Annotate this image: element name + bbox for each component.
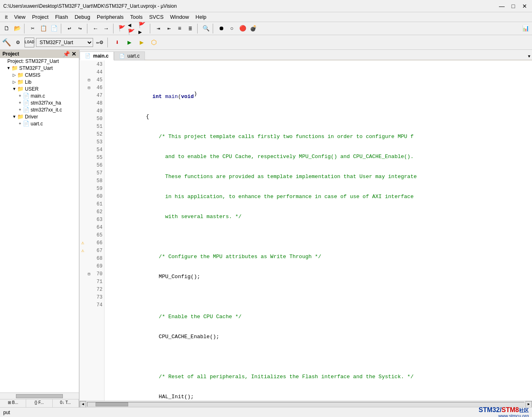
tree-item-mainc[interactable]: + 📄 main.c (0, 92, 79, 99)
footer-btn-b[interactable]: ⊞ B... (0, 399, 26, 407)
build-icon[interactable]: 🔨 (2, 38, 11, 47)
horizontal-scrollbar[interactable]: ◀ ▶ (80, 401, 532, 407)
tree-item-stm32it[interactable]: + 📄 stm32f7xx_it.c (0, 106, 79, 113)
tree-item-stm32ha[interactable]: + 📄 stm32f7xx_ha (0, 99, 79, 106)
code-container[interactable]: 43 44 ⊟ 45 ⊟ 46 (80, 60, 532, 401)
menu-flash[interactable]: Flash (52, 13, 71, 21)
line-71: 71 (80, 278, 104, 285)
line-73: 73 (80, 293, 104, 301)
line-numbers: 43 44 ⊟ 45 ⊟ 46 (80, 60, 105, 401)
prev-bookmark[interactable]: ◀🚩 (127, 24, 137, 33)
sidebar-close-btn[interactable]: ✕ (71, 51, 76, 57)
menu-help[interactable]: Help (192, 13, 210, 21)
title-bar: C:\Users\xuwen\Desktop\STM32F7_Uart\MDK\… (0, 0, 532, 12)
tree-item-driver[interactable]: ▼ 📁 Driver (0, 113, 79, 120)
minimize-button[interactable]: — (498, 2, 506, 10)
tree-item-cmsis[interactable]: ▷ 📁 CMSIS (0, 71, 79, 78)
back-btn[interactable]: ← (91, 24, 100, 33)
redo-btn[interactable]: ↪ (75, 24, 85, 33)
debug-record[interactable]: ⏺ (216, 24, 226, 33)
line-53: 53 (80, 138, 104, 146)
paste-btn[interactable]: 📄 (49, 24, 59, 33)
line-60: 60 (80, 192, 104, 200)
undo-btn[interactable]: ↩ (65, 24, 74, 33)
lib-expander[interactable]: ▷ (11, 80, 17, 84)
line-55: 55 (80, 154, 104, 161)
menu-view[interactable]: View (11, 13, 29, 21)
menu-peripherals[interactable]: Peripherals (93, 13, 127, 21)
prog-green[interactable]: ▶ (124, 37, 135, 48)
open-btn[interactable]: 📂 (12, 24, 22, 33)
prog-yellow[interactable]: ▶ (136, 37, 147, 48)
stm32f7-label: STM32F7_Uart (19, 65, 53, 71)
load-icon[interactable]: LOAD (24, 38, 34, 47)
target-select[interactable]: STM32F7_Uart (36, 38, 93, 47)
stm32-text1: STM32/ (479, 406, 501, 413)
view-btn[interactable]: 📊 (521, 24, 530, 33)
code-line-47: and to enable the CPU Cache, respectivel… (108, 153, 532, 161)
code-line-59: HAL_Init(); (108, 393, 532, 401)
hscroll-left[interactable]: ◀ (80, 401, 86, 408)
driver-expander[interactable]: ▼ (11, 114, 17, 119)
forward-btn[interactable]: → (101, 24, 111, 33)
tab-uartc[interactable]: 📄 uart.c (114, 51, 145, 60)
tab-mainc[interactable]: 📄 main.c (80, 51, 114, 60)
menu-project[interactable]: Project (29, 13, 51, 21)
menu-window[interactable]: Window (167, 13, 192, 21)
cut-btn[interactable]: ✂ (28, 24, 38, 33)
line-64: 64 (80, 223, 104, 231)
tab-mainc-icon: 📄 (85, 53, 91, 58)
sidebar-pin[interactable]: 📌 (63, 51, 70, 57)
stm32ha-expander: + (17, 100, 23, 105)
menu-tools[interactable]: Tools (127, 13, 146, 21)
footer-btn-t[interactable]: 0↓ T... (53, 399, 79, 407)
maximize-button[interactable]: □ (509, 2, 517, 10)
user-expander[interactable]: ▼ (11, 87, 17, 91)
tree-item-lib[interactable]: ▷ 📁 Lib (0, 78, 79, 85)
debug-circle[interactable]: ○ (227, 24, 237, 33)
toolbar2: 🔨 ⚙ LOAD STM32F7_Uart ✏⚙ ⬇ ▶ ▶ ⬡ (0, 35, 532, 50)
menu-svcs[interactable]: SVCS (146, 13, 167, 21)
stm32-logo: STM32/STM8社区 www.stmcu.org (479, 407, 529, 417)
tree-item-stm32f7[interactable]: ▼ 📁 STM32F7_Uart (0, 65, 79, 71)
tree-item-uartc[interactable]: + 📄 uart.c (0, 120, 79, 127)
tab-uartc-label: uart.c (127, 53, 140, 59)
download-btn[interactable]: ⬇ (112, 37, 122, 48)
code-line-46: /* This project template calls firstly t… (108, 133, 532, 140)
lib-label: Lib (25, 79, 31, 85)
prog-orange[interactable]: ⬡ (149, 37, 159, 48)
multicore-icon[interactable]: ⚙ (13, 38, 23, 47)
cmsis-expander[interactable]: ▷ (11, 73, 17, 77)
outdent-btn[interactable]: ⇤ (164, 24, 174, 33)
debug-stop[interactable]: 🔴 (238, 24, 247, 33)
new-btn[interactable]: 🗋 (2, 24, 11, 33)
close-button[interactable]: ✕ (521, 2, 529, 10)
sep3 (87, 24, 89, 33)
find-btn[interactable]: 🔍 (201, 24, 211, 33)
code-line-54 (108, 293, 532, 301)
menu-debug[interactable]: Debug (71, 13, 93, 21)
sep7 (213, 24, 214, 33)
target-options[interactable]: ✏⚙ (95, 38, 105, 47)
code-content[interactable]: int main(void) { /* This project templat… (105, 60, 532, 401)
stm32it-label: stm32f7xx_it.c (31, 107, 62, 113)
uncomment-btn[interactable]: ≣ (185, 24, 195, 33)
hscroll-track[interactable] (87, 402, 525, 407)
indent-btn[interactable]: ⇥ (154, 24, 163, 33)
debug-bomb[interactable]: 💣 (248, 24, 258, 33)
line-74: 74 (80, 301, 104, 309)
tree-item-user[interactable]: ▼ 📁 USER (0, 85, 79, 92)
tab-dropdown-btn[interactable]: ▼ (526, 54, 532, 60)
code-line-55: /* Enable the CPU Cache */ (108, 313, 532, 321)
footer-btn-f[interactable]: {} F... (26, 399, 52, 407)
uartc-label: uart.c (31, 121, 43, 127)
stm32f7-expander[interactable]: ▼ (6, 66, 11, 70)
bookmark-btn[interactable]: 🚩 (117, 24, 127, 33)
copy-btn[interactable]: 📋 (38, 24, 48, 33)
next-bookmark[interactable]: 🚩▶ (138, 24, 148, 33)
menu-it[interactable]: it (2, 13, 11, 21)
comment-btn[interactable]: ≡ (175, 24, 185, 33)
line-69: 69 (80, 262, 104, 270)
line-58: 58 (80, 177, 104, 185)
hscroll-thumb[interactable] (96, 402, 128, 406)
